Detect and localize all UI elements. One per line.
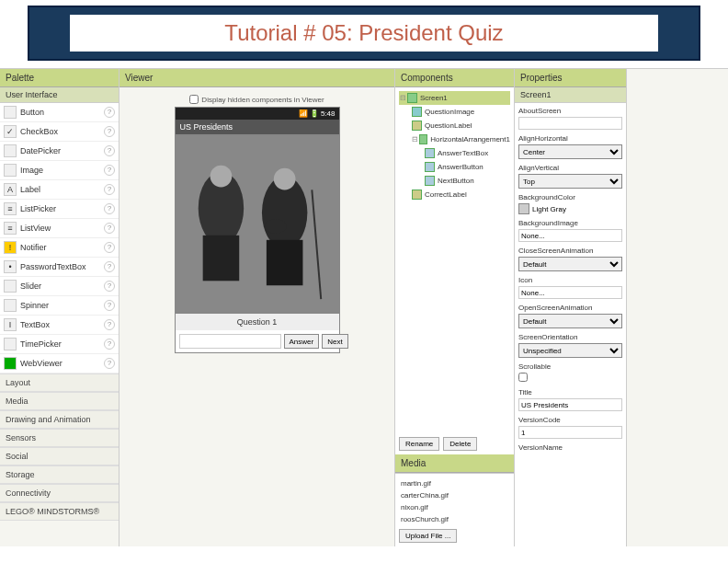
prop-aboutscreen-input[interactable] xyxy=(518,117,622,130)
color-swatch xyxy=(518,203,529,214)
prop-scrollable-checkbox[interactable] xyxy=(518,373,528,382)
prop-closescreenanimation-select[interactable]: Default xyxy=(518,257,622,271)
help-icon[interactable]: ? xyxy=(104,319,115,330)
prop-backgroundimage-input[interactable] xyxy=(518,229,622,242)
help-icon[interactable]: ? xyxy=(104,165,115,176)
prop-icon-input[interactable] xyxy=(518,286,622,299)
help-icon[interactable]: ? xyxy=(104,358,115,369)
palette-item-datepicker[interactable]: DatePicker? xyxy=(0,142,119,161)
delete-button[interactable]: Delete xyxy=(443,437,477,451)
help-icon[interactable]: ? xyxy=(104,145,115,156)
prop-openscreenanimation-select[interactable]: Default xyxy=(518,314,622,328)
next-button[interactable]: Next xyxy=(322,334,347,349)
prop-versioncode-label: VersionCode xyxy=(518,416,622,424)
media-item[interactable]: nixon.gif xyxy=(399,501,510,513)
palette-item-timepicker[interactable]: TimePicker? xyxy=(0,335,119,354)
collapse-icon[interactable]: ⊟ xyxy=(412,135,419,144)
palette-cat-sensors[interactable]: Sensors xyxy=(0,429,119,447)
help-icon[interactable]: ? xyxy=(104,107,115,118)
palette-header: Palette xyxy=(0,69,119,87)
palette-item-label: PasswordTextBox xyxy=(20,262,86,271)
palette-item-passwordtextbox[interactable]: •PasswordTextBox? xyxy=(0,258,119,277)
prop-openscreenanimation-label: OpenScreenAnimation xyxy=(518,304,622,312)
collapse-icon[interactable]: ⊟ xyxy=(399,94,407,102)
tree-nextbutton[interactable]: NextButton xyxy=(399,174,510,188)
app-title-bar: US Presidents xyxy=(176,120,339,134)
prop-backgroundcolor-picker[interactable]: Light Gray xyxy=(518,203,622,214)
upload-file-button[interactable]: Upload File ... xyxy=(399,529,457,543)
palette-cat-drawing[interactable]: Drawing and Animation xyxy=(0,410,119,429)
webviewer-icon xyxy=(4,357,17,370)
rename-button[interactable]: Rename xyxy=(399,437,439,451)
palette-item-label: ListView xyxy=(20,224,51,233)
help-icon[interactable]: ? xyxy=(104,300,115,311)
help-icon[interactable]: ? xyxy=(104,203,115,214)
prop-alignhorizontal-label: AlignHorizontal xyxy=(518,134,622,143)
help-icon[interactable]: ? xyxy=(104,261,115,272)
svg-point-9 xyxy=(264,219,286,234)
prop-screenorientation-select[interactable]: Unspecified xyxy=(518,343,622,358)
phone-preview[interactable]: 📶 🔋 5:48 US Presidents xyxy=(175,107,340,353)
datepicker-icon xyxy=(4,144,17,157)
palette-item-listpicker[interactable]: ≡ListPicker? xyxy=(0,200,119,219)
palette-item-listview[interactable]: ≡ListView? xyxy=(0,219,119,238)
palette-cat-storage[interactable]: Storage xyxy=(0,465,119,484)
palette-item-notifier[interactable]: !Notifier? xyxy=(0,238,119,258)
label-icon xyxy=(412,190,422,200)
palette-cat-lego[interactable]: LEGO® MINDSTORMS® xyxy=(0,502,119,521)
palette-cat-layout[interactable]: Layout xyxy=(0,373,119,392)
palette-item-image[interactable]: Image? xyxy=(0,161,119,180)
help-icon[interactable]: ? xyxy=(104,126,115,137)
tree-horizontalarrangement[interactable]: ⊟HorizontalArrangement1 xyxy=(399,132,510,146)
display-hidden-input[interactable] xyxy=(189,95,199,104)
palette-subheader[interactable]: User Interface xyxy=(0,87,119,103)
designer-root: Palette User Interface Button? ✓CheckBox… xyxy=(0,68,728,546)
tree-label: AnswerButton xyxy=(438,163,483,171)
tree-correctlabel[interactable]: CorrectLabel xyxy=(399,188,510,201)
question-image xyxy=(176,134,339,314)
media-item[interactable]: carterChina.gif xyxy=(399,489,510,501)
palette-item-slider[interactable]: Slider? xyxy=(0,277,119,296)
prop-screenorientation-label: ScreenOrientation xyxy=(518,333,622,341)
tree-answerbutton[interactable]: AnswerButton xyxy=(399,160,510,174)
palette-item-checkbox[interactable]: ✓CheckBox? xyxy=(0,122,119,142)
prop-title-label: Title xyxy=(518,388,622,396)
palette-cat-connectivity[interactable]: Connectivity xyxy=(0,484,119,502)
tree-questionimage[interactable]: QuestionImage xyxy=(399,105,510,119)
help-icon[interactable]: ? xyxy=(104,281,115,292)
tree-screen1[interactable]: ⊟Screen1 xyxy=(399,91,510,105)
tutorial-title: Tutorial # 05: President Quiz xyxy=(224,20,503,45)
prop-alignvertical-select[interactable]: Top xyxy=(518,174,622,189)
components-tree: ⊟Screen1 QuestionImage QuestionLabel ⊟Ho… xyxy=(395,87,514,433)
help-icon[interactable]: ? xyxy=(104,223,115,234)
palette-item-button[interactable]: Button? xyxy=(0,103,119,122)
tree-questionlabel[interactable]: QuestionLabel xyxy=(399,119,510,132)
screen-icon xyxy=(407,93,417,103)
timepicker-icon xyxy=(4,338,17,350)
help-icon[interactable]: ? xyxy=(104,184,115,195)
palette-item-textbox[interactable]: ITextBox? xyxy=(0,316,119,335)
media-item[interactable]: roosChurch.gif xyxy=(399,513,510,525)
palette-cat-media[interactable]: Media xyxy=(0,392,119,410)
palette-cat-social[interactable]: Social xyxy=(0,447,119,465)
phone-time: 5:48 xyxy=(321,109,336,118)
answer-textbox[interactable] xyxy=(179,334,281,349)
media-header: Media xyxy=(395,454,514,473)
display-hidden-checkbox[interactable]: Display hidden components in Viewer xyxy=(189,95,324,104)
palette-item-spinner[interactable]: Spinner? xyxy=(0,296,119,316)
media-item[interactable]: martin.gif xyxy=(399,477,510,489)
palette-item-label: Notifier xyxy=(20,243,47,252)
palette-item-label: CheckBox xyxy=(20,127,58,136)
tree-label: NextButton xyxy=(438,177,474,185)
prop-versioncode-input[interactable] xyxy=(518,426,622,439)
palette-item-webviewer[interactable]: WebViewer? xyxy=(0,354,119,373)
help-icon[interactable]: ? xyxy=(104,339,115,350)
help-icon[interactable]: ? xyxy=(104,242,115,253)
tree-answertextbox[interactable]: AnswerTextBox xyxy=(399,146,510,160)
palette-item-label[interactable]: ALabel? xyxy=(0,180,119,200)
label-icon: A xyxy=(4,183,17,196)
prop-title-input[interactable] xyxy=(518,398,622,411)
answer-button[interactable]: Answer xyxy=(284,334,320,349)
prop-alignhorizontal-select[interactable]: Center xyxy=(518,144,622,159)
viewer-header: Viewer xyxy=(119,69,394,87)
